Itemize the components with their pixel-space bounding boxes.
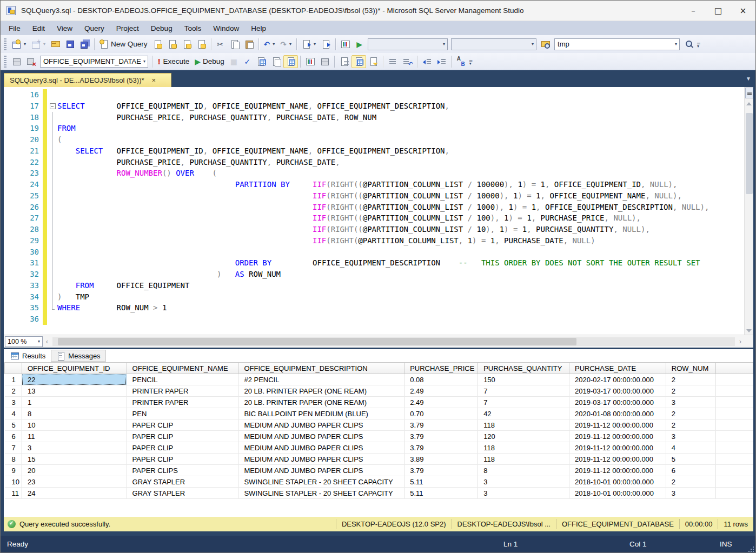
grid-cell[interactable]: #2 PENCIL — [238, 374, 404, 385]
chevron-down-icon[interactable]: ▾ — [273, 42, 275, 46]
grid-cell[interactable]: 5.11 — [404, 488, 478, 499]
new-query-connection-button[interactable]: ▾ — [9, 38, 29, 51]
connect-button[interactable] — [9, 55, 24, 68]
grid-cell[interactable]: 118 — [478, 454, 569, 465]
scroll-right-icon[interactable]: › — [736, 337, 745, 345]
grid-cell[interactable]: 5 — [666, 454, 715, 465]
comment-selection-button[interactable] — [386, 55, 400, 68]
grid-cell[interactable]: 118 — [478, 419, 569, 431]
document-tab[interactable]: SQLQuery3.sql - DE...ADEOJS\fbsol (53))*… — [4, 73, 171, 87]
grid-cell[interactable]: 2 — [666, 374, 715, 385]
grid-cell[interactable]: 11 — [22, 431, 127, 442]
mdx-query-button[interactable] — [165, 38, 180, 51]
grid-cell[interactable]: 3.79 — [404, 442, 478, 454]
row-number[interactable]: 10 — [5, 476, 22, 488]
grid-cell[interactable]: 23 — [22, 476, 127, 488]
grid-cell[interactable]: 0.08 — [404, 374, 478, 385]
grid-cell[interactable]: 4 — [666, 442, 715, 454]
scroll-up-icon[interactable] — [746, 102, 752, 105]
menu-item-window[interactable]: Window — [207, 21, 245, 35]
menu-item-help[interactable]: Help — [245, 21, 272, 35]
grid-cell[interactable]: 8 — [478, 465, 569, 476]
stop-button[interactable]: ■ — [227, 55, 241, 68]
grid-cell[interactable]: 20 — [22, 465, 127, 476]
debug-button[interactable]: ▶Debug — [192, 55, 227, 68]
grid-cell[interactable]: 150 — [478, 374, 569, 385]
include-actual-plan-button[interactable] — [303, 55, 317, 68]
menu-item-view[interactable]: View — [51, 21, 78, 35]
grid-cell[interactable]: PAPER CLIP — [127, 431, 238, 442]
save-all-button[interactable] — [77, 38, 92, 51]
transaction-combo[interactable]: ▾ — [368, 38, 448, 50]
grid-cell[interactable]: 3 — [478, 488, 569, 499]
grid-cell[interactable]: 8 — [22, 408, 127, 419]
editor-horizontal-scrollbar[interactable] — [52, 337, 735, 346]
column-header-purchase_date[interactable]: PURCHASE_DATE — [569, 363, 666, 374]
row-number[interactable]: 11 — [5, 488, 22, 499]
new-query-button[interactable]: New Query — [97, 38, 150, 51]
tab-close-icon[interactable]: × — [152, 76, 156, 84]
server-combo[interactable]: ▾ — [451, 38, 536, 50]
grid-cell[interactable]: GRAY STAPLER — [127, 476, 238, 488]
grid-cell[interactable]: 120 — [478, 431, 569, 442]
menu-item-file[interactable]: File — [3, 21, 26, 35]
find-in-files-button[interactable] — [538, 38, 553, 51]
row-number[interactable]: 9 — [5, 465, 22, 476]
grid-cell[interactable]: MEDIUM AND JUMBO PAPER CLIPS — [238, 454, 404, 465]
grid-cell[interactable]: MEDIUM AND JUMBO PAPER CLIPS — [238, 465, 404, 476]
grid-cell[interactable]: 22 — [22, 374, 127, 385]
grid-cell[interactable]: PAPER CLIP — [127, 454, 238, 465]
grid-cell[interactable]: PAPER CLIPS — [127, 465, 238, 476]
grid-cell[interactable]: 2 — [666, 408, 715, 419]
grid-cell[interactable]: 2019-11-12 00:00:00.000 — [569, 465, 666, 476]
grid-cell[interactable]: 15 — [22, 454, 127, 465]
grid-cell[interactable]: PAPER CLIP — [127, 419, 238, 431]
database-combo[interactable]: OFFICE_EQUIPMENT_DATAE▾ — [40, 56, 148, 68]
grid-cell[interactable]: PRINTER PAPER — [127, 385, 238, 397]
grid-cell[interactable]: 2020-01-08 00:00:00.000 — [569, 408, 666, 419]
chevron-down-icon[interactable]: ▾ — [314, 42, 316, 46]
grid-cell[interactable]: 3.89 — [404, 454, 478, 465]
chevron-down-icon[interactable]: ▾ — [43, 42, 45, 46]
row-number[interactable]: 3 — [5, 397, 22, 408]
grid-cell[interactable]: 2020-02-17 00:00:00.000 — [569, 374, 666, 385]
grid-cell[interactable]: 3 — [666, 488, 715, 499]
grid-cell[interactable]: 2.49 — [404, 385, 478, 397]
menu-item-project[interactable]: Project — [110, 21, 145, 35]
row-number[interactable]: 4 — [5, 408, 22, 419]
grid-cell[interactable]: 2 — [666, 385, 715, 397]
results-to-text-button[interactable] — [337, 55, 352, 68]
paste-button[interactable] — [242, 38, 256, 51]
redo-button[interactable]: ↷▾ — [277, 38, 294, 51]
grid-cell[interactable]: GRAY STAPLER — [127, 488, 238, 499]
chevron-down-icon[interactable]: ▾ — [289, 42, 291, 46]
grid-cell[interactable]: 3.79 — [404, 465, 478, 476]
chevron-down-icon[interactable]: ▾ — [141, 59, 148, 64]
grid-cell[interactable]: 2019-11-12 00:00:00.000 — [569, 454, 666, 465]
chevron-down-icon[interactable]: ▾ — [24, 42, 26, 46]
grid-cell[interactable]: 13 — [22, 385, 127, 397]
grid-cell[interactable]: MEDIUM AND JUMBO PAPER CLIPS — [238, 431, 404, 442]
grid-cell[interactable]: 2019-03-17 00:00:00.000 — [569, 397, 666, 408]
results-tab-messages[interactable]: Messages — [51, 350, 105, 362]
sort-button[interactable] — [454, 55, 468, 68]
results-to-grid-button[interactable] — [352, 55, 366, 68]
activity-monitor-button[interactable] — [338, 38, 353, 51]
grid-cell[interactable]: BIC BALLPOINT PEN MEDIUM (BLUE) — [238, 408, 404, 419]
scroll-down-icon[interactable] — [746, 329, 752, 332]
menu-item-edit[interactable]: Edit — [26, 21, 51, 35]
query-options-button[interactable] — [269, 55, 283, 68]
grid-cell[interactable]: MEDIUM AND JUMBO PAPER CLIPS — [238, 442, 404, 454]
copy-button[interactable] — [227, 38, 242, 51]
column-header-office_equipment_id[interactable]: OFFICE_EQUIPMENT_ID — [22, 363, 127, 374]
undo-button[interactable]: ↶▾ — [261, 38, 278, 51]
parse-button[interactable]: ✓ — [241, 55, 254, 68]
column-header-office_equipment_description[interactable]: OFFICE_EQUIPMENT_DESCRIPTION — [238, 363, 404, 374]
grid-cell[interactable]: PRINTER PAPER — [127, 397, 238, 408]
column-header-row_num[interactable]: ROW_NUM — [666, 363, 715, 374]
toolbar-gripper[interactable] — [4, 56, 6, 68]
grid-cell[interactable]: 3 — [22, 442, 127, 454]
grid-cell[interactable]: SWINGLINE STAPLER - 20 SHEET CAPACITY — [238, 488, 404, 499]
grid-cell[interactable]: 2019-11-12 00:00:00.000 — [569, 431, 666, 442]
collapse-box-icon[interactable] — [47, 101, 57, 112]
